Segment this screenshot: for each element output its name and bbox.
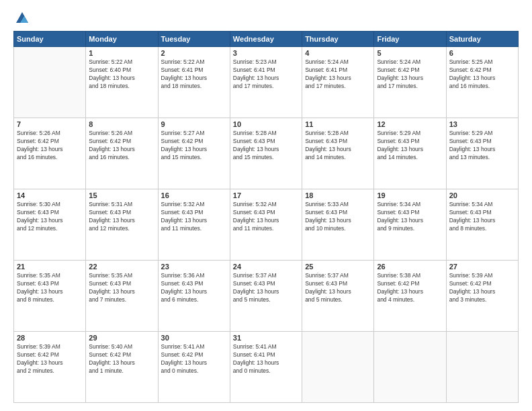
day-number: 27 — [449, 263, 515, 271]
calendar-cell: 22Sunrise: 5:35 AM Sunset: 6:43 PM Dayli… — [86, 261, 158, 332]
calendar-cell: 27Sunrise: 5:39 AM Sunset: 6:42 PM Dayli… — [446, 261, 518, 332]
day-number: 6 — [449, 49, 515, 57]
calendar-cell: 19Sunrise: 5:34 AM Sunset: 6:43 PM Dayli… — [374, 189, 446, 261]
day-info: Sunrise: 5:37 AM Sunset: 6:43 PM Dayligh… — [233, 272, 299, 304]
day-number: 29 — [89, 334, 154, 342]
calendar-cell: 15Sunrise: 5:31 AM Sunset: 6:43 PM Dayli… — [86, 189, 158, 261]
day-number: 28 — [17, 334, 83, 342]
calendar-cell: 17Sunrise: 5:32 AM Sunset: 6:43 PM Dayli… — [230, 189, 302, 261]
day-number: 7 — [17, 120, 83, 128]
calendar-cell: 18Sunrise: 5:33 AM Sunset: 6:43 PM Dayli… — [302, 189, 374, 261]
day-info: Sunrise: 5:29 AM Sunset: 6:43 PM Dayligh… — [377, 130, 443, 162]
calendar-cell: 16Sunrise: 5:32 AM Sunset: 6:43 PM Dayli… — [158, 189, 230, 261]
day-info: Sunrise: 5:25 AM Sunset: 6:42 PM Dayligh… — [449, 58, 515, 91]
day-number: 12 — [377, 120, 443, 128]
day-info: Sunrise: 5:37 AM Sunset: 6:43 PM Dayligh… — [305, 272, 371, 304]
day-number: 14 — [17, 191, 83, 199]
day-number: 15 — [89, 191, 154, 199]
day-info: Sunrise: 5:24 AM Sunset: 6:41 PM Dayligh… — [305, 58, 371, 91]
day-number: 2 — [161, 49, 227, 57]
calendar-cell: 24Sunrise: 5:37 AM Sunset: 6:43 PM Dayli… — [230, 261, 302, 332]
day-number: 23 — [161, 263, 227, 271]
calendar-cell: 8Sunrise: 5:26 AM Sunset: 6:42 PM Daylig… — [86, 118, 158, 189]
day-number: 3 — [233, 49, 299, 57]
calendar-week-4: 21Sunrise: 5:35 AM Sunset: 6:43 PM Dayli… — [14, 261, 519, 332]
day-info: Sunrise: 5:34 AM Sunset: 6:43 PM Dayligh… — [377, 201, 443, 233]
day-info: Sunrise: 5:29 AM Sunset: 6:43 PM Dayligh… — [449, 130, 515, 162]
day-info: Sunrise: 5:38 AM Sunset: 6:42 PM Dayligh… — [377, 272, 443, 304]
logo — [13, 11, 30, 26]
calendar-cell: 30Sunrise: 5:41 AM Sunset: 6:42 PM Dayli… — [158, 332, 230, 403]
day-number: 4 — [305, 49, 371, 57]
day-info: Sunrise: 5:26 AM Sunset: 6:42 PM Dayligh… — [89, 130, 154, 162]
calendar-cell — [302, 332, 374, 403]
calendar-week-3: 14Sunrise: 5:30 AM Sunset: 6:43 PM Dayli… — [14, 189, 519, 261]
calendar-cell: 13Sunrise: 5:29 AM Sunset: 6:43 PM Dayli… — [446, 118, 518, 189]
day-info: Sunrise: 5:28 AM Sunset: 6:43 PM Dayligh… — [233, 130, 299, 162]
col-header-friday: Friday — [374, 32, 446, 47]
day-number: 20 — [449, 191, 515, 199]
day-info: Sunrise: 5:30 AM Sunset: 6:43 PM Dayligh… — [17, 201, 83, 233]
day-number: 16 — [161, 191, 227, 199]
day-number: 26 — [377, 263, 443, 271]
calendar-cell: 3Sunrise: 5:23 AM Sunset: 6:41 PM Daylig… — [230, 47, 302, 118]
day-info: Sunrise: 5:24 AM Sunset: 6:42 PM Dayligh… — [377, 58, 443, 91]
calendar-cell — [14, 47, 86, 118]
day-info: Sunrise: 5:32 AM Sunset: 6:43 PM Dayligh… — [233, 201, 299, 233]
day-info: Sunrise: 5:41 AM Sunset: 6:42 PM Dayligh… — [161, 343, 227, 375]
calendar-cell: 29Sunrise: 5:40 AM Sunset: 6:42 PM Dayli… — [86, 332, 158, 403]
day-number: 24 — [233, 263, 299, 271]
day-number: 9 — [161, 120, 227, 128]
calendar-week-2: 7Sunrise: 5:26 AM Sunset: 6:42 PM Daylig… — [14, 118, 519, 189]
calendar-cell: 1Sunrise: 5:22 AM Sunset: 6:40 PM Daylig… — [86, 47, 158, 118]
calendar-cell — [446, 332, 518, 403]
day-number: 22 — [89, 263, 154, 271]
day-info: Sunrise: 5:40 AM Sunset: 6:42 PM Dayligh… — [89, 343, 154, 375]
day-number: 1 — [89, 49, 154, 57]
col-header-wednesday: Wednesday — [230, 32, 302, 47]
calendar-cell: 10Sunrise: 5:28 AM Sunset: 6:43 PM Dayli… — [230, 118, 302, 189]
header — [13, 11, 519, 26]
calendar-cell: 9Sunrise: 5:27 AM Sunset: 6:42 PM Daylig… — [158, 118, 230, 189]
day-info: Sunrise: 5:31 AM Sunset: 6:43 PM Dayligh… — [89, 201, 154, 233]
day-info: Sunrise: 5:27 AM Sunset: 6:42 PM Dayligh… — [161, 130, 227, 162]
day-number: 13 — [449, 120, 515, 128]
calendar-week-1: 1Sunrise: 5:22 AM Sunset: 6:40 PM Daylig… — [14, 47, 519, 118]
calendar-cell: 2Sunrise: 5:22 AM Sunset: 6:41 PM Daylig… — [158, 47, 230, 118]
calendar-week-5: 28Sunrise: 5:39 AM Sunset: 6:42 PM Dayli… — [14, 332, 519, 403]
day-info: Sunrise: 5:22 AM Sunset: 6:41 PM Dayligh… — [161, 58, 227, 91]
day-number: 10 — [233, 120, 299, 128]
day-number: 25 — [305, 263, 371, 271]
day-info: Sunrise: 5:39 AM Sunset: 6:42 PM Dayligh… — [449, 272, 515, 304]
calendar-cell: 31Sunrise: 5:41 AM Sunset: 6:41 PM Dayli… — [230, 332, 302, 403]
calendar-cell: 7Sunrise: 5:26 AM Sunset: 6:42 PM Daylig… — [14, 118, 86, 189]
day-number: 11 — [305, 120, 371, 128]
calendar-cell: 20Sunrise: 5:34 AM Sunset: 6:43 PM Dayli… — [446, 189, 518, 261]
day-info: Sunrise: 5:26 AM Sunset: 6:42 PM Dayligh… — [17, 130, 83, 162]
day-number: 18 — [305, 191, 371, 199]
day-info: Sunrise: 5:35 AM Sunset: 6:43 PM Dayligh… — [89, 272, 154, 304]
day-info: Sunrise: 5:22 AM Sunset: 6:40 PM Dayligh… — [89, 58, 154, 91]
day-number: 31 — [233, 334, 299, 342]
day-info: Sunrise: 5:36 AM Sunset: 6:43 PM Dayligh… — [161, 272, 227, 304]
col-header-thursday: Thursday — [302, 32, 374, 47]
calendar-cell: 25Sunrise: 5:37 AM Sunset: 6:43 PM Dayli… — [302, 261, 374, 332]
logo-icon — [15, 11, 30, 26]
day-info: Sunrise: 5:35 AM Sunset: 6:43 PM Dayligh… — [17, 272, 83, 304]
day-info: Sunrise: 5:32 AM Sunset: 6:43 PM Dayligh… — [161, 201, 227, 233]
day-info: Sunrise: 5:23 AM Sunset: 6:41 PM Dayligh… — [233, 58, 299, 91]
calendar-cell: 23Sunrise: 5:36 AM Sunset: 6:43 PM Dayli… — [158, 261, 230, 332]
calendar-header-row: SundayMondayTuesdayWednesdayThursdayFrid… — [14, 32, 519, 47]
calendar-table: SundayMondayTuesdayWednesdayThursdayFrid… — [13, 31, 519, 403]
calendar-cell — [374, 332, 446, 403]
calendar-cell: 6Sunrise: 5:25 AM Sunset: 6:42 PM Daylig… — [446, 47, 518, 118]
day-number: 30 — [161, 334, 227, 342]
day-info: Sunrise: 5:41 AM Sunset: 6:41 PM Dayligh… — [233, 343, 299, 375]
day-number: 5 — [377, 49, 443, 57]
day-info: Sunrise: 5:28 AM Sunset: 6:43 PM Dayligh… — [305, 130, 371, 162]
calendar-cell: 11Sunrise: 5:28 AM Sunset: 6:43 PM Dayli… — [302, 118, 374, 189]
calendar-cell: 21Sunrise: 5:35 AM Sunset: 6:43 PM Dayli… — [14, 261, 86, 332]
day-info: Sunrise: 5:39 AM Sunset: 6:42 PM Dayligh… — [17, 343, 83, 375]
calendar-cell: 14Sunrise: 5:30 AM Sunset: 6:43 PM Dayli… — [14, 189, 86, 261]
calendar-cell: 4Sunrise: 5:24 AM Sunset: 6:41 PM Daylig… — [302, 47, 374, 118]
